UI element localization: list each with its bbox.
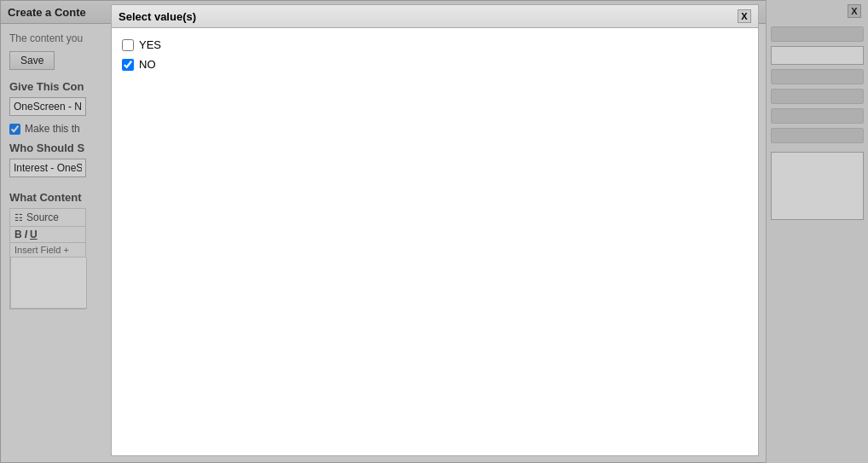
modal-title-text: Select value(s) [119,10,196,23]
yes-label: YES [139,38,161,51]
no-checkbox[interactable] [122,59,134,71]
no-option-row[interactable]: NO [122,58,748,71]
select-values-dialog: Select value(s) X YES NO [111,4,759,456]
yes-checkbox[interactable] [122,39,134,51]
modal-close-button[interactable]: X [738,9,751,23]
modal-body: YES NO [112,28,758,455]
no-label: NO [139,58,156,71]
yes-option-row[interactable]: YES [122,38,748,51]
modal-title-bar: Select value(s) X [112,5,758,28]
